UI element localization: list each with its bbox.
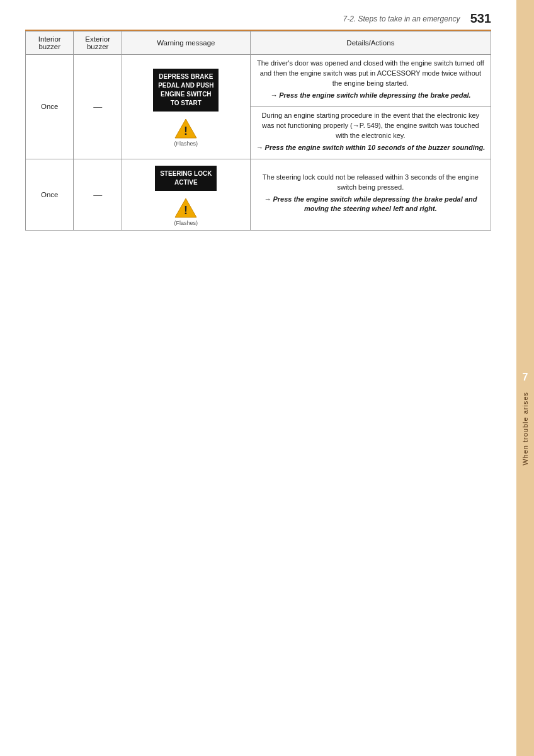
right-tab: 7 When trouble arises [516, 0, 534, 756]
col-header-exterior: Exteriorbuzzer [74, 32, 122, 55]
warning-message-cell-2: STEERING LOCKACTIVE ! (Flashes) [122, 159, 250, 230]
main-content: 7-2. Steps to take in an emergency 531 I… [0, 0, 516, 583]
chapter-number: 7 [523, 372, 528, 383]
col-header-warning: Warning message [122, 32, 250, 55]
section-title: 7-2. Steps to take in an emergency [343, 14, 460, 23]
details-arrow-2: → Press the engine switch while depressi… [256, 195, 486, 215]
details-text-1b: During an engine starting procedure in t… [256, 111, 486, 141]
warning-triangle-icon-2: ! [174, 197, 198, 219]
table-header-row: Interiorbuzzer Exteriorbuzzer Warning me… [26, 32, 491, 55]
warning-triangle-icon-1: ! [174, 118, 198, 139]
warning-content-1: DEPRESS BRAKEPEDAL AND PUSHENGINE SWITCH… [127, 66, 245, 147]
chapter-title: When trouble arises [521, 392, 529, 466]
details-text-1a: The driver's door was opened and closed … [256, 59, 486, 89]
svg-text:!: ! [184, 125, 188, 137]
details-arrow-1a: → Press the engine switch while depressi… [256, 91, 486, 101]
warning-icon-box-1: ! (Flashes) [174, 118, 198, 147]
exterior-buzzer-cell-1: — [74, 55, 122, 159]
table-row: Once — STEERING LOCKACTIVE ! [26, 159, 491, 230]
table-row: Once — DEPRESS BRAKEPEDAL AND PUSHENGINE… [26, 55, 491, 107]
details-arrow-1b: → Press the engine switch within 10 seco… [256, 143, 486, 153]
details-text-2: The steering lock could not be released … [256, 173, 486, 193]
col-header-interior: Interiorbuzzer [26, 32, 74, 55]
page-bottom [25, 231, 491, 583]
details-cell-2: The steering lock could not be released … [250, 159, 491, 230]
warning-text-box-1: DEPRESS BRAKEPEDAL AND PUSHENGINE SWITCH… [153, 69, 219, 112]
interior-buzzer-cell-1: Once [26, 55, 74, 159]
warning-icon-box-2: ! (Flashes) [174, 197, 198, 226]
exterior-buzzer-cell-2: — [74, 159, 122, 230]
flashes-label-1: (Flashes) [174, 140, 198, 147]
col-header-details: Details/Actions [250, 32, 491, 55]
flashes-label-2: (Flashes) [174, 220, 198, 226]
warning-content-2: STEERING LOCKACTIVE ! (Flashes) [127, 163, 245, 226]
warning-text-box-2: STEERING LOCKACTIVE [155, 166, 217, 191]
page-number: 531 [470, 11, 491, 26]
svg-text:!: ! [184, 204, 188, 217]
details-cell-1b: During an engine starting procedure in t… [250, 106, 491, 159]
warning-message-cell-1: DEPRESS BRAKEPEDAL AND PUSHENGINE SWITCH… [122, 55, 250, 159]
page-header: 7-2. Steps to take in an emergency 531 [25, 0, 491, 31]
main-table: Interiorbuzzer Exteriorbuzzer Warning me… [25, 31, 491, 231]
details-cell-1a: The driver's door was opened and closed … [250, 55, 491, 107]
interior-buzzer-cell-2: Once [26, 159, 74, 230]
